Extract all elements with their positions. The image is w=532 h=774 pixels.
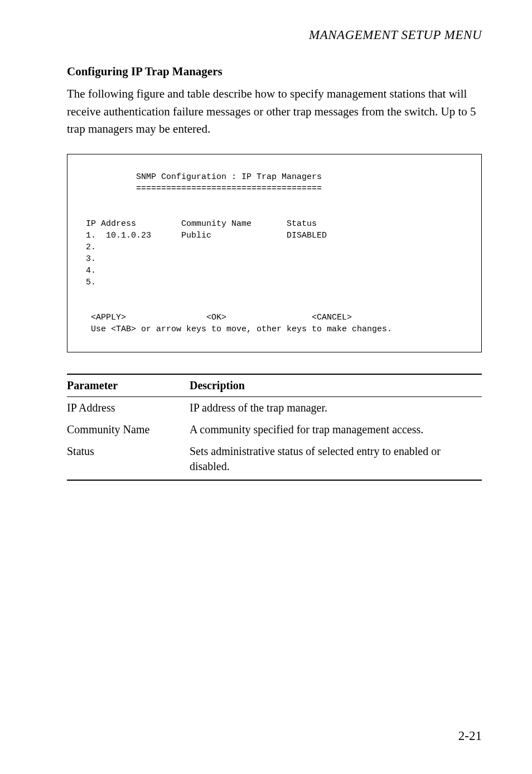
terminal-hint-line: Use <TAB> or arrow keys to move, other k…: [81, 325, 392, 334]
table-row: Community Name A community specified for…: [67, 419, 482, 441]
table-row: Status Sets administrative status of sel…: [67, 441, 482, 480]
terminal-column-headers: IP Address Community Name Status: [81, 219, 317, 229]
terminal-row-1: 1. 10.1.0.23 Public DISABLED: [81, 231, 327, 240]
table-header-parameter: Parameter: [67, 374, 190, 397]
desc-cell: A community specified for trap managemen…: [190, 419, 482, 441]
table-header-description: Description: [190, 374, 482, 397]
terminal-output-box: SNMP Configuration : IP Trap Managers ==…: [67, 154, 482, 352]
intro-paragraph: The following figure and table describe …: [67, 85, 482, 138]
desc-cell: IP address of the trap manager.: [190, 396, 482, 419]
terminal-underline: =====================================: [81, 184, 322, 194]
section-heading: Configuring IP Trap Managers: [67, 65, 482, 79]
table-row: IP Address IP address of the trap manage…: [67, 396, 482, 419]
terminal-row-4: 4.: [81, 266, 96, 275]
terminal-row-3: 3.: [81, 254, 96, 264]
terminal-row-5: 5.: [81, 278, 96, 287]
parameter-table: Parameter Description IP Address IP addr…: [67, 374, 482, 481]
terminal-buttons-line: <APPLY> <OK> <CANCEL>: [81, 313, 352, 322]
param-cell: Community Name: [67, 419, 190, 441]
table-header-row: Parameter Description: [67, 374, 482, 397]
desc-cell: Sets administrative status of selected e…: [190, 441, 482, 480]
terminal-row-2: 2.: [81, 243, 96, 252]
param-cell: IP Address: [67, 396, 190, 419]
param-cell: Status: [67, 441, 190, 480]
terminal-title: SNMP Configuration : IP Trap Managers: [81, 172, 322, 182]
page-number: 2-21: [458, 729, 482, 743]
page-header-title: MANAGEMENT SETUP MENU: [67, 28, 482, 42]
